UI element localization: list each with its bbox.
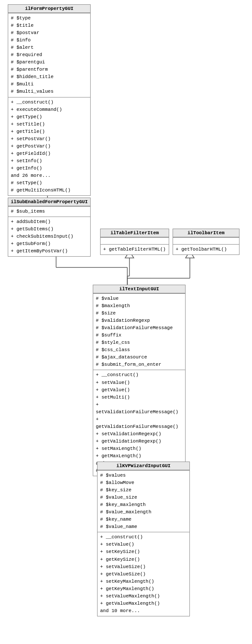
attr-line: # $alert bbox=[11, 44, 88, 51]
method-line: + getValueSize() bbox=[100, 571, 187, 578]
attr-line: # $key_size bbox=[100, 487, 187, 494]
method-line: + getKeySize() bbox=[100, 556, 187, 563]
method-line: + getPostVar() bbox=[11, 143, 88, 150]
box-ilTextInputGUI: ilTextInputGUI # $value # $maxlength # $… bbox=[93, 285, 186, 476]
attr-line: # $parentgui bbox=[11, 59, 88, 66]
method-line: + setKeyMaxlength() bbox=[100, 578, 187, 585]
method-line: + getType() bbox=[11, 113, 88, 121]
method-line: + getKeyMaxlength() bbox=[100, 585, 187, 593]
attr-line: # $info bbox=[11, 37, 88, 44]
box-ilTextInputGUI-title: ilTextInputGUI bbox=[93, 285, 185, 293]
attr-line: # $key_maxlength bbox=[100, 501, 187, 509]
box-ilTableFilterItem-methods: + getTableFilterHTML() bbox=[101, 244, 169, 254]
method-line: # getMultiIconsHTML() bbox=[11, 187, 88, 194]
method-line: + setValueSize() bbox=[100, 563, 187, 571]
method-line: + getInfo() bbox=[11, 165, 88, 172]
box-ilKVPWizardInputGUI-title: ilKVPWizardInputGUI bbox=[98, 462, 189, 470]
method-line: + __construct() bbox=[11, 99, 88, 106]
method-line: + getValue() bbox=[96, 386, 183, 394]
method-line: and 10 more... bbox=[100, 607, 187, 615]
box-ilTextInputGUI-attributes: # $value # $maxlength # $size # $validat… bbox=[93, 293, 185, 370]
method-line: + getToolbarHTML() bbox=[176, 246, 236, 253]
method-line: + getValidationRegexp() bbox=[96, 438, 183, 445]
attr-line: # $type bbox=[11, 15, 88, 22]
method-line: + setTitle() bbox=[11, 121, 88, 128]
method-line: + setInfo() bbox=[11, 157, 88, 165]
method-line: + getSubForm() bbox=[11, 240, 88, 248]
method-line: + checkSubitemsInput() bbox=[11, 233, 88, 240]
method-line: + setKeySize() bbox=[100, 548, 187, 556]
attr-line: # $sub_items bbox=[11, 208, 88, 215]
attr-line: # $parentform bbox=[11, 66, 88, 73]
method-line: + getValueMaxlength() bbox=[100, 600, 187, 607]
method-line: + setValidationRegexp() bbox=[96, 430, 183, 438]
box-ilToolbarItem-title: ilToolbarItem bbox=[173, 229, 239, 237]
diagram-container: ilFormPropertyGUI # $type # $title # $po… bbox=[0, 0, 252, 644]
attr-line: # $key_name bbox=[100, 516, 187, 523]
box-ilToolbarItem-empty bbox=[173, 237, 239, 244]
attr-line: # $value_maxlength bbox=[100, 509, 187, 516]
method-line: + setValueMaxlength() bbox=[100, 593, 187, 600]
box-ilTableFilterItem-title: ilTableFilterItem bbox=[101, 229, 169, 237]
method-line: # setType() bbox=[11, 179, 88, 187]
box-ilFormPropertyGUI-attributes: # $type # $title # $postvar # $info # $a… bbox=[8, 13, 90, 97]
method-line: + getFieldId() bbox=[11, 150, 88, 157]
box-ilTextInputGUI-methods: + __construct() + setValue() + getValue(… bbox=[93, 370, 185, 476]
attr-line: # $value bbox=[96, 295, 183, 302]
attr-line: # $multi bbox=[11, 81, 88, 88]
attr-line: # $size bbox=[96, 310, 183, 317]
method-line: + setPostVar() bbox=[11, 135, 88, 143]
attr-line: # $value_size bbox=[100, 494, 187, 501]
attr-line: # $suffix bbox=[96, 332, 183, 339]
box-ilTableFilterItem-empty bbox=[101, 237, 169, 244]
attr-line: # $ajax_datasource bbox=[96, 354, 183, 361]
method-line: + setValidationFailureMessage() bbox=[96, 401, 183, 416]
box-ilSubEnabledFormPropertyGUI-attributes: # $sub_items bbox=[8, 206, 90, 217]
box-ilTableFilterItem: ilTableFilterItem + getTableFilterHTML() bbox=[100, 229, 169, 255]
attr-line: # $maxlength bbox=[96, 302, 183, 310]
method-line: and 26 more... bbox=[11, 172, 88, 179]
box-ilFormPropertyGUI-methods: + __construct() + executeCommand() + get… bbox=[8, 97, 90, 196]
method-line: + setValue() bbox=[96, 379, 183, 386]
method-line: + setMaxLength() bbox=[96, 445, 183, 452]
attr-line: # $allowMove bbox=[100, 479, 187, 487]
method-line: + setMulti() bbox=[96, 394, 183, 401]
attr-line: # $css_class bbox=[96, 346, 183, 354]
method-line: + __construct() bbox=[96, 371, 183, 379]
box-ilSubEnabledFormPropertyGUI-methods: + addSubItem() + getSubItems() + checkSu… bbox=[8, 217, 90, 256]
method-line: + __construct() bbox=[100, 534, 187, 541]
attr-line: # $style_css bbox=[96, 339, 183, 346]
method-line: + executeCommand() bbox=[11, 106, 88, 113]
box-ilSubEnabledFormPropertyGUI-title: ilSubEnabledFormPropertyGUI bbox=[8, 198, 90, 206]
method-line: + getTitle() bbox=[11, 128, 88, 135]
attr-line: # $values bbox=[100, 472, 187, 479]
box-ilSubEnabledFormPropertyGUI: ilSubEnabledFormPropertyGUI # $sub_items… bbox=[8, 198, 91, 257]
attr-line: # $validationRegexp bbox=[96, 317, 183, 324]
attr-line: # $validationFailureMessage bbox=[96, 324, 183, 332]
box-ilKVPWizardInputGUI: ilKVPWizardInputGUI # $values # $allowMo… bbox=[97, 462, 190, 616]
method-line: + getTableFilterHTML() bbox=[103, 246, 166, 253]
box-ilKVPWizardInputGUI-attributes: # $values # $allowMove # $key_size # $va… bbox=[98, 470, 189, 532]
box-ilFormPropertyGUI-title: ilFormPropertyGUI bbox=[8, 5, 90, 13]
attr-line: # $hidden_title bbox=[11, 73, 88, 81]
method-line: + getValidationFailureMessage() bbox=[96, 416, 183, 430]
method-line: + setValue() bbox=[100, 541, 187, 548]
attr-line: # $postvar bbox=[11, 29, 88, 37]
box-ilToolbarItem: ilToolbarItem + getToolbarHTML() bbox=[173, 229, 239, 255]
method-line: + getSubItems() bbox=[11, 226, 88, 233]
attr-line: # $submit_form_on_enter bbox=[96, 361, 183, 368]
box-ilFormPropertyGUI: ilFormPropertyGUI # $type # $title # $po… bbox=[8, 4, 91, 196]
method-line: + addSubItem() bbox=[11, 218, 88, 226]
box-ilKVPWizardInputGUI-methods: + __construct() + setValue() + setKeySiz… bbox=[98, 532, 189, 616]
box-ilToolbarItem-methods: + getToolbarHTML() bbox=[173, 244, 239, 254]
attr-line: # $multi_values bbox=[11, 88, 88, 95]
attr-line: # $value_name bbox=[100, 523, 187, 531]
attr-line: # $title bbox=[11, 22, 88, 29]
attr-line: # $required bbox=[11, 51, 88, 59]
method-line: + getMaxLength() bbox=[96, 452, 183, 460]
method-line: + getItemByPostVar() bbox=[11, 248, 88, 255]
